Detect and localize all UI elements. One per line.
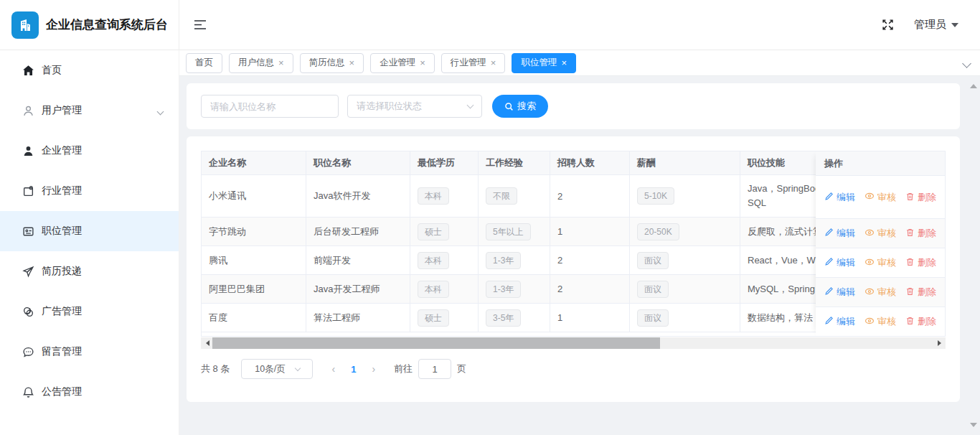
sidebar-item-notice[interactable]: 公告管理 <box>0 372 179 412</box>
user-name: 管理员 <box>914 18 946 32</box>
salary-tag: 面议 <box>637 309 669 327</box>
scroll-right-icon[interactable] <box>934 337 946 349</box>
fullscreen-icon[interactable] <box>882 19 894 31</box>
search-button-label: 搜索 <box>517 100 536 113</box>
sidebar-item-resume[interactable]: 简历投递 <box>0 251 179 291</box>
edit-button[interactable]: 编辑 <box>824 315 855 328</box>
salary-tag: 5-10K <box>637 187 674 205</box>
action-label: 删除 <box>918 315 936 328</box>
edit-icon <box>824 316 834 327</box>
cell-education: 硕士 <box>410 304 479 332</box>
del-button[interactable]: 删除 <box>905 286 936 299</box>
audit-button[interactable]: 审核 <box>864 315 896 328</box>
sidebar-item-position[interactable]: 职位管理 <box>0 211 179 251</box>
cell-company: 百度 <box>202 304 306 332</box>
page-size-select[interactable]: 10条/页 <box>241 359 313 379</box>
sidebar-item-company[interactable]: 企业管理 <box>0 131 179 171</box>
education-tag: 本科 <box>418 281 449 298</box>
salary-tag: 面议 <box>637 252 669 269</box>
search-icon <box>504 102 514 111</box>
tab-职位管理[interactable]: 职位管理× <box>512 53 576 73</box>
cell-education: 本科 <box>410 275 479 304</box>
action-row: 编辑审核删除 <box>816 219 945 248</box>
audit-icon <box>864 257 875 269</box>
vertical-scrollbar[interactable] <box>967 76 980 435</box>
audit-button[interactable]: 审核 <box>864 286 896 299</box>
search-button[interactable]: 搜索 <box>492 95 548 118</box>
total-count: 共 8 条 <box>201 362 230 375</box>
current-page[interactable]: 1 <box>351 364 356 375</box>
action-row: 编辑审核删除 <box>816 278 945 307</box>
cell-company: 字节跳动 <box>202 218 306 246</box>
logo-area: 企业信息查询系统后台 <box>0 0 179 50</box>
table-panel: 企业名称职位名称最低学历工作经验招聘人数薪酬职位技能 小米通讯Java软件开发本… <box>187 136 960 402</box>
del-button[interactable]: 删除 <box>905 191 936 204</box>
chevron-down-icon <box>962 59 971 68</box>
sidebar-menu: 首页用户管理企业管理行业管理职位管理简历投递广告管理留言管理公告管理 <box>0 50 179 435</box>
del-button[interactable]: 删除 <box>905 227 936 240</box>
pagination: 共 8 条 10条/页 ‹ 1 › 前往 页 <box>201 359 946 379</box>
scroll-up-icon[interactable] <box>970 80 977 88</box>
next-page-button[interactable]: › <box>372 363 375 375</box>
audit-icon <box>864 191 875 203</box>
sidebar-item-industry[interactable]: 行业管理 <box>0 171 179 211</box>
collapse-sidebar-button[interactable] <box>194 19 207 30</box>
scrollbar-thumb[interactable] <box>212 337 660 349</box>
position-name-input[interactable] <box>201 95 339 118</box>
close-icon[interactable]: × <box>278 58 284 67</box>
cell-salary: 20-50K <box>630 218 740 246</box>
action-label: 审核 <box>877 286 896 299</box>
tab-用户信息[interactable]: 用户信息× <box>229 53 293 73</box>
search-panel: 请选择职位状态 搜索 <box>187 83 960 129</box>
tabbar-dropdown-button[interactable] <box>963 57 980 70</box>
experience-tag: 1-3年 <box>486 252 521 269</box>
sidebar-item-user[interactable]: 用户管理 <box>0 90 179 131</box>
edit-button[interactable]: 编辑 <box>824 227 855 240</box>
fixed-action-column: 操作 编辑审核删除编辑审核删除编辑审核删除编辑审核删除编辑审核删除 <box>816 151 945 336</box>
action-label: 删除 <box>918 227 936 240</box>
tab-简历信息[interactable]: 简历信息× <box>300 53 364 73</box>
close-icon[interactable]: × <box>349 58 355 67</box>
action-row: 编辑审核删除 <box>816 307 945 337</box>
audit-button[interactable]: 审核 <box>864 227 896 240</box>
column-header: 职位名称 <box>306 151 410 175</box>
cell-position: Java开发工程师 <box>306 275 410 304</box>
scroll-down-icon[interactable] <box>970 423 977 431</box>
main-content: 请选择职位状态 搜索 企业名称职位名称最低学历工作经验招聘人数薪酬职位技能 小米… <box>179 76 967 435</box>
close-icon[interactable]: × <box>491 58 496 67</box>
tab-首页[interactable]: 首页 <box>186 53 222 73</box>
goto-page-input[interactable] <box>418 359 451 379</box>
user-menu[interactable]: 管理员 <box>914 18 958 32</box>
tab-行业管理[interactable]: 行业管理× <box>441 53 506 73</box>
sidebar-item-message[interactable]: 留言管理 <box>0 332 179 372</box>
del-button[interactable]: 删除 <box>905 256 936 269</box>
del-button[interactable]: 删除 <box>905 315 936 328</box>
horizontal-scrollbar[interactable] <box>201 337 946 349</box>
tab-label: 简历信息 <box>309 57 345 69</box>
del-icon <box>905 286 915 298</box>
del-icon <box>905 316 915 327</box>
audit-button[interactable]: 审核 <box>864 191 896 204</box>
education-tag: 硕士 <box>418 223 449 240</box>
prev-page-button[interactable]: ‹ <box>331 363 335 375</box>
cell-position: 算法工程师 <box>306 304 410 332</box>
edit-button[interactable]: 编辑 <box>824 256 855 269</box>
sidebar-item-ad[interactable]: 广告管理 <box>0 291 179 332</box>
sidebar-item-home[interactable]: 首页 <box>0 50 179 90</box>
action-label: 编辑 <box>837 227 855 240</box>
edit-button[interactable]: 编辑 <box>824 286 855 299</box>
cell-company: 腾讯 <box>202 246 306 275</box>
sidebar-item-label: 行业管理 <box>42 184 82 197</box>
edit-button[interactable]: 编辑 <box>824 191 855 204</box>
cell-experience: 3-5年 <box>479 304 550 332</box>
app-title: 企业信息查询系统后台 <box>46 17 168 33</box>
audit-button[interactable]: 审核 <box>864 256 896 269</box>
close-icon[interactable]: × <box>420 58 425 67</box>
action-label: 审核 <box>877 191 896 204</box>
close-icon[interactable]: × <box>561 58 567 67</box>
scroll-left-icon[interactable] <box>201 337 212 349</box>
tab-企业管理[interactable]: 企业管理× <box>370 53 435 73</box>
edit-icon <box>824 192 834 203</box>
position-status-select[interactable]: 请选择职位状态 <box>347 95 482 118</box>
cell-headcount: 2 <box>550 175 630 218</box>
